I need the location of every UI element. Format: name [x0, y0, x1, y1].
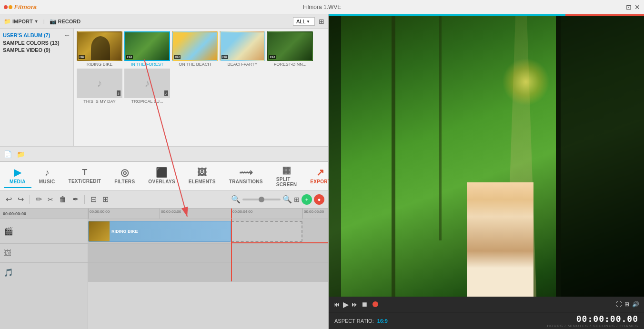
toolbar-sep-1 [30, 195, 30, 204]
import-file-icon[interactable]: 📄 [4, 150, 12, 158]
video-track[interactable]: RIDING BIKE [88, 219, 328, 244]
timecode-value: 00:00:00.00 [547, 314, 638, 324]
media-item-riding-bike[interactable]: HD RIDING BIKE [77, 31, 122, 67]
sidebar-item-sample-colors[interactable]: SAMPLE COLORS (13) [3, 40, 70, 46]
dark-left-edge [329, 16, 341, 297]
pip-icon[interactable]: ⊞ [624, 301, 629, 308]
redo-button[interactable]: ↪ [16, 194, 26, 205]
audio-track[interactable] [88, 263, 328, 282]
play-button[interactable]: ▶ [343, 300, 349, 309]
sun-flare [502, 58, 550, 106]
cut-line [231, 242, 328, 243]
zoom-track[interactable] [242, 199, 281, 200]
record-icon: 📷 [50, 18, 57, 25]
media-label-beach-party: BEACH-PARTY [227, 62, 257, 67]
media-item-this-is-my-day[interactable]: ♪ ♪ THIS IS MY DAY [77, 69, 122, 104]
media-thumb-forest-dinner: HD [267, 31, 313, 61]
video-track-icon: 🎬 [0, 219, 88, 244]
ruler-marks: 00:00:00:00 00:00:02:00 00:00:04:00 00:0… [88, 209, 328, 219]
close-button[interactable]: ✕ [634, 3, 640, 11]
record-dot-button[interactable] [372, 301, 378, 307]
tab-export-label: EXPORT [310, 179, 331, 184]
dark-right-edge [556, 16, 644, 297]
tab-filters-label: FILTERS [114, 179, 135, 184]
zoom-in-button[interactable]: 🔍 [282, 195, 292, 204]
timeline-ruler: 00:00:00:00 00:00:00:00 00:00:02:00 00:0… [0, 209, 328, 219]
person-figure [467, 182, 533, 297]
tab-elements[interactable]: 🖼 ELEMENTS [183, 164, 221, 188]
split-tab-icon: ▦ [282, 164, 291, 176]
video-clip-riding-bike[interactable]: RIDING BIKE [88, 221, 231, 242]
red-action-button[interactable]: ● [314, 194, 324, 205]
tab-text-credit[interactable]: T TEXT/CREDIT [62, 165, 107, 188]
media-tab-icon: ▶ [14, 167, 21, 178]
media-label-forest-dinner: FOREST-DINN... [274, 62, 307, 67]
skip-back-button[interactable]: ⏮ [333, 300, 340, 308]
tab-split-label: SPLIT SCREEN [276, 177, 297, 187]
fullscreen-icon[interactable]: ⛶ [616, 301, 622, 308]
music-tab-icon: ♪ [44, 167, 49, 178]
skip-forward-button[interactable]: ⏭ [352, 300, 358, 308]
sidebar-item-users-album[interactable]: USER'S ALBUM (7) [3, 32, 50, 38]
image-track[interactable] [88, 244, 328, 263]
zoom-thumb[interactable] [259, 197, 264, 202]
expand-icon[interactable]: ⊞ [294, 196, 300, 203]
media-item-forest-dinner[interactable]: HD FOREST-DINN... [267, 31, 313, 67]
record-label: RECORD [58, 19, 81, 24]
tab-split-screen[interactable]: ▦ SPLIT SCREEN [271, 161, 302, 191]
tab-media[interactable]: ▶ MEDIA [4, 164, 31, 188]
media-item-in-the-forest[interactable]: HD IN THE FOREST [124, 31, 170, 67]
tab-filters[interactable]: ◎ FILTERS [109, 164, 141, 188]
import-folder-icon[interactable]: 📁 [17, 150, 25, 158]
left-panel: 📁 IMPORT ▼ | 📷 RECORD ALL ▼ ⊞ [0, 14, 329, 329]
sidebar-item-sample-video[interactable]: SAMPLE VIDEO (9) [3, 47, 70, 53]
tab-elements-label: ELEMENTS [189, 179, 216, 184]
media-label-this-is-my-day: THIS IS MY DAY [83, 99, 116, 104]
stop-button[interactable]: ⏹ [361, 300, 368, 308]
media-thumb-this-is-my-day: ♪ ♪ [77, 69, 122, 98]
track-body: 🎬 🖼 🎵 [0, 219, 328, 329]
zoom-out-button[interactable]: 🔍 [231, 195, 241, 204]
ruler-playhead [231, 209, 232, 219]
back-arrow-icon[interactable]: ← [64, 31, 70, 39]
title-bar: Filmora Filmora 1.WVE ⊡ ✕ [0, 0, 644, 14]
hd-badge-party: HD [221, 55, 228, 59]
media-item-on-the-beach[interactable]: HD ON THE BEACH [172, 31, 218, 67]
pen-button[interactable]: ✒ [70, 194, 80, 205]
aspect-ratio-value: 16:9 [377, 318, 388, 324]
media-grid: HD RIDING BIKE HD IN THE FOREST [74, 29, 328, 146]
timeline-section: ↩ ↪ ✏ ✂ 🗑 ✒ ⊟ ⊞ 🔍 � [0, 190, 328, 329]
restore-button[interactable]: ⊡ [626, 3, 632, 11]
record-button[interactable]: 📷 RECORD [50, 18, 81, 25]
tab-music[interactable]: ♪ MUSIC [33, 164, 61, 188]
hd-badge-fdinner: HD [269, 55, 276, 59]
music-note-icon-2: ♪ [145, 77, 150, 90]
tab-transitions-label: TRANSITIONS [229, 179, 263, 184]
zoom-control: 🔍 🔍 [231, 195, 292, 204]
scissors-button[interactable]: ✂ [46, 195, 55, 204]
filter-select[interactable]: ALL [293, 17, 315, 26]
grid-view-icon[interactable]: ⊞ [319, 18, 324, 25]
window-title: Filmora 1.WVE [303, 4, 342, 10]
tree-trunk-3 [556, 16, 561, 297]
layout-button[interactable]: ⊞ [101, 194, 111, 205]
volume-icon[interactable]: 🔊 [632, 301, 639, 308]
tab-transitions[interactable]: ⟿ TRANSITIONS [223, 164, 269, 188]
timeline-toolbar: ↩ ↪ ✏ ✂ 🗑 ✒ ⊟ ⊞ 🔍 � [0, 190, 328, 209]
timecode-display: 00:00:00.00 HOURS / MINUTES / SECONDS / … [547, 314, 638, 328]
tab-media-label: MEDIA [10, 179, 26, 184]
pencil-button[interactable]: ✏ [34, 194, 44, 205]
import-button[interactable]: 📁 IMPORT ▼ [4, 18, 39, 25]
media-item-tropical-su[interactable]: ♪ ♪ TROPICAL SU... [124, 69, 170, 104]
media-thumb-tropical-su: ♪ ♪ [124, 69, 170, 98]
text-tab-icon: T [82, 168, 87, 178]
snap-button[interactable]: ⊟ [89, 194, 99, 205]
media-item-beach-party[interactable]: HD BEACH-PARTY [220, 31, 265, 67]
ruler-mark-0: 00:00:00:00 [88, 209, 160, 219]
delete-button[interactable]: 🗑 [57, 194, 69, 205]
export-tab-icon: ↗ [316, 167, 324, 178]
green-action-button[interactable]: + [302, 194, 312, 205]
undo-button[interactable]: ↩ [4, 194, 14, 205]
media-sidebar: USER'S ALBUM (7) ← SAMPLE COLORS (13) SA… [0, 29, 74, 146]
tab-overlays[interactable]: ⬛ OVERLAYS [142, 164, 181, 188]
